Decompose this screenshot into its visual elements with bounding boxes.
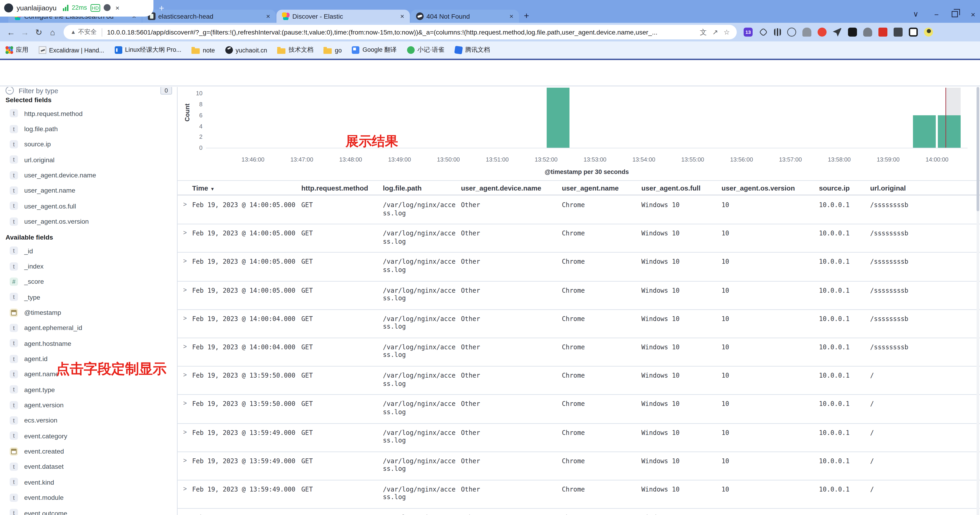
- expand-row-icon[interactable]: >: [182, 513, 192, 515]
- column-header[interactable]: url.original: [870, 184, 980, 192]
- red-dot-extension-icon[interactable]: [818, 28, 827, 36]
- browser-tab-404[interactable]: 404 Not Found ×: [410, 10, 519, 23]
- tab-close-icon[interactable]: ×: [265, 13, 272, 20]
- bookmark-item[interactable]: 小记·语雀: [407, 46, 444, 54]
- extensions-puzzle-icon[interactable]: [894, 28, 903, 36]
- clock-extension-icon[interactable]: [787, 28, 796, 36]
- bookmark-item[interactable]: Excalidraw | Hand...: [39, 46, 104, 54]
- field-item[interactable]: tagent.hostname: [0, 336, 178, 351]
- column-header[interactable]: user_agent.device.name: [461, 184, 562, 192]
- expand-row-icon[interactable]: >: [182, 286, 192, 293]
- close-window-button[interactable]: ×: [967, 10, 978, 18]
- field-item[interactable]: t_type: [0, 289, 178, 305]
- field-item[interactable]: tlog.file.path: [0, 121, 178, 136]
- histogram-bar[interactable]: [913, 115, 936, 148]
- column-header[interactable]: user_agent.os.version: [722, 184, 819, 192]
- remote-session-tab[interactable]: yuanlaijiaoyu 22ms HD ×: [0, 0, 153, 17]
- new-tab-button[interactable]: +: [524, 10, 529, 21]
- gtranslate-icon: [352, 46, 360, 54]
- field-item[interactable]: tuser_agent.name: [0, 183, 178, 198]
- share-icon[interactable]: ↗: [712, 28, 718, 36]
- expand-row-icon[interactable]: >: [182, 371, 192, 378]
- adblock-extension-icon[interactable]: 13: [744, 28, 752, 36]
- expand-row-icon[interactable]: >: [182, 258, 192, 265]
- field-item[interactable]: event.created: [0, 444, 178, 459]
- bookmark-item[interactable]: 技术文档: [277, 46, 313, 54]
- hd-quality-badge[interactable]: HD: [91, 4, 100, 11]
- bookmark-item[interactable]: go: [324, 47, 342, 54]
- bookmark-item[interactable]: Linux经课大纲 Pro...: [115, 46, 181, 54]
- field-item[interactable]: tevent.kind: [0, 474, 178, 490]
- session-close-icon[interactable]: ×: [115, 4, 119, 11]
- address-bar[interactable]: ▲ 不安全 10.0.0.18:5601/app/discover#/?_g=(…: [64, 25, 737, 40]
- url-text[interactable]: 10.0.0.18:5601/app/discover#/?_g=(filter…: [107, 28, 694, 36]
- histogram-bar[interactable]: [938, 115, 961, 148]
- histogram-bar[interactable]: [547, 88, 570, 148]
- field-item[interactable]: tagent.type: [0, 382, 178, 397]
- new-session-button[interactable]: +: [159, 3, 164, 13]
- red-cube-extension-icon[interactable]: [878, 28, 888, 36]
- expand-row-icon[interactable]: >: [182, 457, 192, 464]
- bookmark-item[interactable]: Google 翻译: [352, 46, 397, 54]
- expand-row-icon[interactable]: >: [182, 485, 192, 492]
- field-item[interactable]: t_index: [0, 258, 178, 274]
- ghost-extension-icon[interactable]: [802, 28, 811, 36]
- expand-row-icon[interactable]: >: [182, 201, 192, 208]
- field-item[interactable]: tevent.dataset: [0, 459, 178, 474]
- translate-icon[interactable]: 文: [700, 27, 707, 37]
- bookmark-item[interactable]: 应用: [6, 46, 28, 54]
- expand-row-icon[interactable]: >: [182, 343, 192, 350]
- field-item[interactable]: tuser_agent.os.version: [0, 214, 178, 229]
- restore-window-button[interactable]: [952, 11, 958, 17]
- column-header[interactable]: source.ip: [819, 184, 870, 192]
- sort-desc-icon[interactable]: ▼: [210, 186, 215, 191]
- session-info-icon[interactable]: [103, 4, 111, 11]
- browser-tab-discover-elastic[interactable]: Discover - Elastic ×: [277, 10, 410, 23]
- column-header[interactable]: Time▼: [192, 184, 301, 192]
- back-icon[interactable]: ←: [4, 27, 18, 37]
- minimize-button[interactable]: −: [931, 10, 942, 18]
- bookmark-item[interactable]: 腾讯文档: [455, 46, 490, 54]
- column-header[interactable]: user_agent.os.full: [641, 184, 722, 192]
- field-item[interactable]: turl.original: [0, 152, 178, 167]
- page-scrollbar[interactable]: [977, 87, 979, 515]
- column-header[interactable]: http.request.method: [301, 184, 383, 192]
- tab-search-chevron-icon[interactable]: ∨: [910, 10, 921, 19]
- lamp-extension-icon[interactable]: [863, 28, 872, 36]
- field-item[interactable]: tsource.ip: [0, 136, 178, 152]
- forward-icon[interactable]: →: [18, 27, 32, 37]
- column-header[interactable]: log.file.path: [383, 184, 461, 192]
- reload-icon[interactable]: ↻: [32, 27, 46, 37]
- field-item[interactable]: tevent.outcome: [0, 505, 178, 515]
- bookmark-item[interactable]: note: [192, 47, 215, 54]
- field-item[interactable]: tagent.version: [0, 397, 178, 413]
- field-item[interactable]: tuser_agent.device.name: [0, 167, 178, 183]
- plane-extension-icon[interactable]: [833, 28, 842, 36]
- field-item[interactable]: tagent.ephemeral_id: [0, 320, 178, 336]
- profile-avatar[interactable]: [924, 28, 933, 36]
- bookmark-item[interactable]: yuchaoit.cn: [225, 46, 267, 54]
- field-item[interactable]: @timestamp: [0, 305, 178, 320]
- home-icon[interactable]: ⌂: [46, 27, 59, 37]
- field-item[interactable]: tevent.category: [0, 428, 178, 444]
- expand-row-icon[interactable]: >: [182, 315, 192, 322]
- tab-close-icon[interactable]: ×: [399, 13, 406, 20]
- scrollbar-thumb[interactable]: [977, 87, 979, 211]
- field-item[interactable]: #_score: [0, 274, 178, 289]
- field-item[interactable]: tecs.version: [0, 413, 178, 428]
- equalizer-extension-icon[interactable]: [774, 28, 781, 36]
- field-item[interactable]: tevent.module: [0, 490, 178, 505]
- expand-row-icon[interactable]: >: [182, 230, 192, 236]
- field-item[interactable]: thttp.request.method: [0, 106, 178, 121]
- bookmark-star-icon[interactable]: ☆: [724, 28, 730, 36]
- column-header[interactable]: user_agent.name: [562, 184, 641, 192]
- field-item[interactable]: t_id: [0, 243, 178, 258]
- filter-by-type[interactable]: − Filter by type 0: [6, 87, 172, 96]
- expand-row-icon[interactable]: >: [182, 400, 192, 407]
- square-extension-icon[interactable]: [848, 28, 857, 36]
- kite-extension-icon[interactable]: [759, 28, 768, 36]
- field-item[interactable]: tuser_agent.os.full: [0, 198, 178, 214]
- expand-row-icon[interactable]: >: [182, 428, 192, 436]
- window-extension-icon[interactable]: [909, 28, 918, 36]
- tab-close-icon[interactable]: ×: [508, 13, 515, 20]
